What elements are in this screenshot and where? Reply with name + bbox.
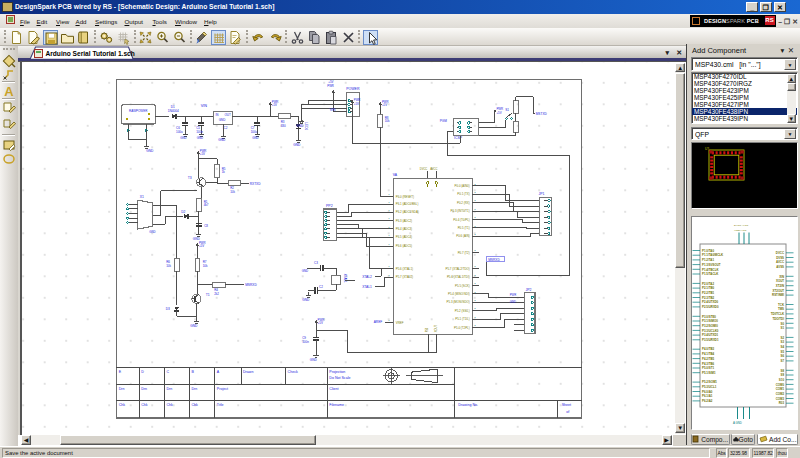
- svg-text:S1: S1: [505, 107, 509, 111]
- svg-text:GND: GND: [293, 143, 301, 147]
- svg-text:1: 1: [388, 209, 390, 212]
- svg-text:D3: D3: [165, 307, 169, 311]
- svg-text:2: 2: [474, 282, 476, 285]
- svg-text:Filename: Filename: [329, 403, 344, 407]
- svg-text:Drn: Drn: [118, 387, 124, 391]
- svg-text:2: 2: [474, 273, 476, 276]
- svg-text:MSRXD: MSRXD: [488, 257, 500, 261]
- svg-text:P0.2 (RX): P0.2 (RX): [457, 200, 470, 204]
- svg-text:10k: 10k: [166, 263, 171, 267]
- svg-text:10k: 10k: [230, 190, 235, 194]
- svg-text:of: of: [566, 409, 569, 413]
- svg-text:2: 2: [474, 191, 476, 194]
- svg-text:Projection: Projection: [329, 370, 345, 374]
- svg-text:T3: T3: [187, 176, 191, 180]
- svg-text:1N4004: 1N4004: [167, 108, 178, 112]
- svg-text:4k7: 4k7: [203, 203, 208, 207]
- svg-text:Sheet: Sheet: [561, 403, 570, 407]
- svg-text:D2: D2: [181, 210, 185, 214]
- svg-text:PWR: PWR: [327, 83, 334, 87]
- svg-text:RAWPOWER: RAWPOWER: [129, 108, 148, 112]
- svg-text:GND: GND: [218, 138, 226, 142]
- svg-text:P0.3 (INT0/T1): P0.3 (INT0/T1): [450, 209, 469, 213]
- svg-text:GND: GND: [146, 149, 154, 153]
- svg-text:1: 1: [388, 265, 390, 268]
- svg-text:Chk: Chk: [118, 403, 125, 407]
- svg-text:P5.5 (SCK): P5.5 (SCK): [455, 283, 470, 287]
- svg-text:P6.6 (ADC5): P6.6 (ADC5): [395, 244, 411, 248]
- svg-text:C3: C3: [314, 260, 318, 264]
- svg-text:P6.2 (ADC1/SDA): P6.2 (ADC1/SDA): [395, 210, 418, 214]
- svg-text:XOUT: XOUT: [434, 324, 438, 332]
- svg-text:2: 2: [474, 290, 476, 293]
- svg-text:2: 2: [474, 315, 476, 318]
- svg-text:GND: GND: [509, 300, 515, 304]
- svg-text:E: E: [118, 370, 121, 374]
- svg-text:P0.5 (T1): P0.5 (T1): [457, 226, 469, 230]
- svg-text:GND: GND: [296, 123, 304, 127]
- svg-text:P6.4 (ADC3): P6.4 (ADC3): [395, 227, 411, 231]
- svg-text:OUT: OUT: [224, 113, 231, 117]
- svg-text:1: 1: [388, 273, 390, 276]
- svg-text:B: B: [191, 370, 194, 374]
- svg-text:P0.6 (AIN): P0.6 (AIN): [456, 234, 470, 238]
- svg-text:1: 1: [388, 243, 390, 246]
- svg-text:XTAL1: XTAL1: [342, 273, 346, 282]
- svg-text:AVCC: AVCC: [430, 166, 437, 170]
- svg-text:+5V: +5V: [317, 321, 322, 325]
- svg-text:MSTXD: MSTXD: [535, 111, 547, 115]
- svg-text:P6.5 (ADC4): P6.5 (ADC4): [395, 235, 411, 239]
- svg-text:POWER: POWER: [346, 87, 360, 91]
- svg-text:C2: C2: [319, 284, 323, 288]
- svg-text:P5.6 (XTAL1/TDI): P5.6 (XTAL1/TDI): [447, 275, 470, 279]
- svg-text:VIN: VIN: [200, 104, 207, 108]
- svg-text:+5V: +5V: [353, 101, 358, 105]
- svg-text:C8: C8: [204, 223, 208, 227]
- svg-text:VIN: VIN: [329, 107, 335, 111]
- svg-text:2: 2: [474, 233, 476, 236]
- svg-text:GND: GND: [301, 269, 307, 273]
- svg-text:PGM: PGM: [439, 119, 447, 123]
- svg-text:PP2: PP2: [326, 204, 333, 208]
- svg-text:GND: GND: [149, 230, 155, 234]
- svg-text:XTAL2: XTAL2: [362, 274, 372, 278]
- svg-text:Check: Check: [287, 370, 297, 374]
- svg-text:C: C: [166, 370, 169, 374]
- svg-text:100u: 100u: [250, 130, 257, 134]
- svg-text:2: 2: [474, 307, 476, 310]
- svg-text:+5V: +5V: [382, 103, 387, 107]
- svg-text:100n: 100n: [302, 340, 309, 344]
- svg-text:VREF: VREF: [395, 320, 403, 324]
- svg-text:1: 1: [388, 217, 390, 220]
- svg-text:1: 1: [388, 193, 390, 196]
- svg-text:Chk: Chk: [166, 403, 173, 407]
- svg-text:Project: Project: [217, 387, 228, 391]
- svg-text:P50: P50: [425, 327, 429, 332]
- svg-text:2k2: 2k2: [214, 292, 219, 296]
- svg-text:P6.3 (ADC2): P6.3 (ADC2): [395, 218, 411, 222]
- svg-text:2: 2: [474, 224, 476, 227]
- svg-text:P5.7 (XTAL2/TDO): P5.7 (XTAL2/TDO): [445, 266, 469, 270]
- svg-text:LED1: LED1: [303, 122, 307, 130]
- svg-text:Drn: Drn: [191, 387, 197, 391]
- svg-text:GND: GND: [190, 324, 198, 328]
- svg-text:Drawn: Drawn: [243, 370, 253, 374]
- svg-text:P5.0 (T2PL): P5.0 (T2PL): [454, 325, 470, 329]
- svg-text:DVCC: DVCC: [419, 166, 427, 170]
- svg-text:Title: Title: [217, 403, 224, 407]
- svg-text:2: 2: [474, 199, 476, 202]
- svg-text:+5V: +5V: [328, 80, 333, 84]
- svg-text:Drawing No.: Drawing No.: [458, 403, 478, 407]
- svg-text:P5.6 (XTAL1): P5.6 (XTAL1): [395, 266, 412, 270]
- svg-text:P0.1 (TX): P0.1 (TX): [457, 192, 469, 196]
- svg-text:Drn: Drn: [166, 387, 172, 391]
- svg-text:GND: GND: [180, 136, 186, 140]
- svg-text:2: 2: [474, 216, 476, 219]
- svg-text:+5V: +5V: [271, 103, 276, 107]
- svg-text:Chk: Chk: [191, 403, 198, 407]
- svg-text:XTAL1: XTAL1: [362, 285, 372, 289]
- svg-text:1: 1: [388, 225, 390, 228]
- svg-text:+5V: +5V: [199, 244, 204, 248]
- svg-text:P5.2 (SS/L): P5.2 (SS/L): [455, 308, 470, 312]
- svg-text:A: A: [4, 84, 14, 98]
